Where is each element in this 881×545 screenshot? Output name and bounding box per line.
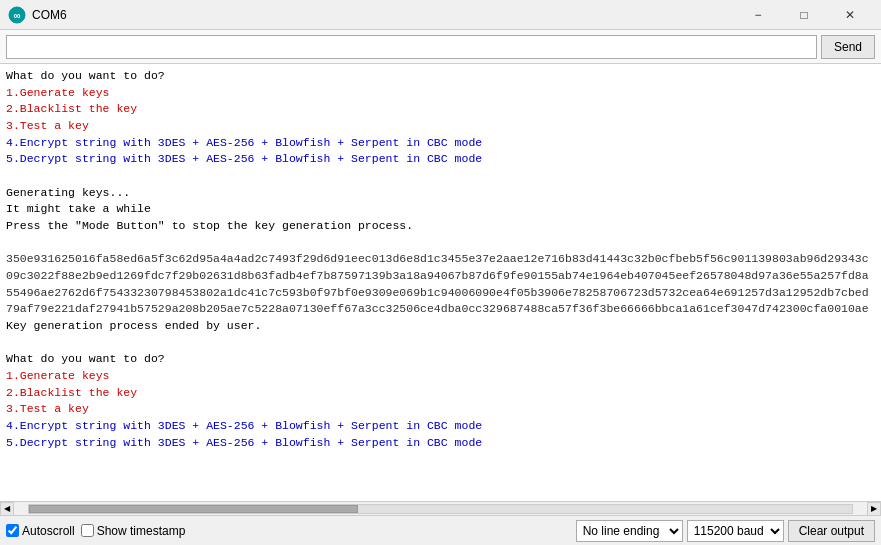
line-ending-select[interactable]: No line ending Newline Carriage return B… <box>576 520 683 542</box>
output-text: What do you want to do? 1.Generate keys … <box>0 64 881 501</box>
scroll-track[interactable] <box>28 504 853 514</box>
baud-rate-select[interactable]: 300 baud 1200 baud 2400 baud 4800 baud 9… <box>687 520 784 542</box>
autoscroll-checkbox[interactable] <box>6 524 19 537</box>
output-area: What do you want to do? 1.Generate keys … <box>0 64 881 515</box>
status-left: Autoscroll Show timestamp <box>6 524 568 538</box>
horizontal-scrollbar[interactable]: ◀ ▶ <box>0 501 881 515</box>
scroll-left-arrow[interactable]: ◀ <box>0 502 14 516</box>
window-title: COM6 <box>32 8 735 22</box>
maximize-button[interactable]: □ <box>781 0 827 30</box>
svg-text:∞: ∞ <box>13 10 20 21</box>
autoscroll-label: Autoscroll <box>22 524 75 538</box>
timestamp-group[interactable]: Show timestamp <box>81 524 186 538</box>
window-controls: − □ ✕ <box>735 0 873 30</box>
clear-output-button[interactable]: Clear output <box>788 520 875 542</box>
message-input[interactable] <box>6 35 817 59</box>
scroll-right-arrow[interactable]: ▶ <box>867 502 881 516</box>
timestamp-label: Show timestamp <box>97 524 186 538</box>
minimize-button[interactable]: − <box>735 0 781 30</box>
app-logo: ∞ <box>8 6 26 24</box>
status-right: No line ending Newline Carriage return B… <box>576 520 875 542</box>
scroll-thumb[interactable] <box>29 505 358 513</box>
toolbar: Send <box>0 30 881 64</box>
title-bar: ∞ COM6 − □ ✕ <box>0 0 881 30</box>
send-button[interactable]: Send <box>821 35 875 59</box>
close-button[interactable]: ✕ <box>827 0 873 30</box>
timestamp-checkbox[interactable] <box>81 524 94 537</box>
autoscroll-group[interactable]: Autoscroll <box>6 524 75 538</box>
status-bar: Autoscroll Show timestamp No line ending… <box>0 515 881 545</box>
